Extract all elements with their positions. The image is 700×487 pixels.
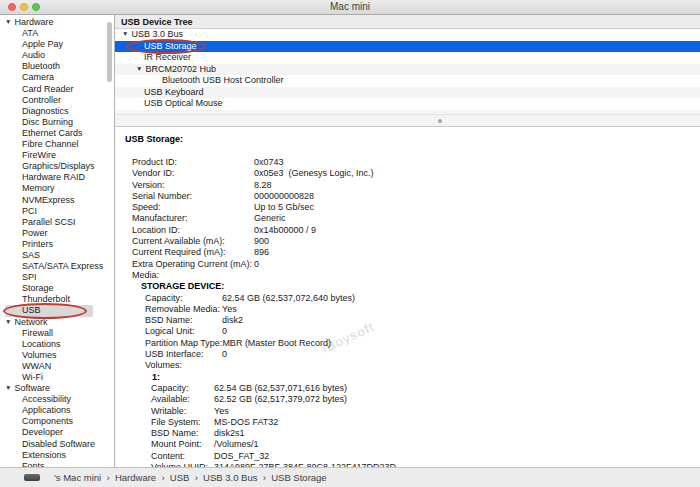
sidebar-item-usb[interactable]: USB [5, 305, 93, 316]
detail-label: Current Available (mA): [132, 236, 254, 247]
sidebar-section-label: Software [14, 383, 50, 393]
tree-row-usb-optical-mouse[interactable]: USB Optical Mouse [115, 98, 700, 110]
sidebar-item-controller[interactable]: Controller [5, 95, 93, 106]
detail-label: BSD Name: [145, 315, 222, 326]
sidebar-item-ata[interactable]: ATA [5, 28, 93, 39]
disclosure-triangle-icon[interactable]: ▼ [5, 16, 11, 27]
tree-row-label: Bluetooth USB Host Controller [162, 75, 284, 85]
zoom-button[interactable] [32, 3, 40, 11]
detail-label: Serial Number: [132, 191, 254, 202]
sidebar-item-developer[interactable]: Developer [5, 427, 93, 438]
detail-value: MBR (Master Boot Record) [222, 338, 331, 349]
tree-row-usb-keyboard[interactable]: USB Keyboard [115, 87, 700, 99]
sidebar-item-memory[interactable]: Memory [5, 183, 93, 194]
detail-value: 0x05e3 (Genesys Logic, Inc.) [254, 168, 374, 179]
detail-label: BSD Name: [151, 428, 214, 439]
sidebar-item-bluetooth[interactable]: Bluetooth [5, 61, 93, 72]
detail-label: Manufacturer: [132, 213, 254, 224]
detail-value: Up to 5 Gb/sec [254, 202, 314, 213]
sidebar-item-disabled-software[interactable]: Disabled Software [5, 439, 93, 450]
content-area: ▼HardwareATAApple PayAudioBluetoothCamer… [0, 15, 700, 467]
detail-label: Partition Map Type: [145, 338, 222, 349]
sidebar-item-components[interactable]: Components [5, 416, 93, 427]
sidebar-item-graphics-displays[interactable]: Graphics/Displays [5, 161, 93, 172]
sidebar-item-parallel-scsi[interactable]: Parallel SCSI [5, 217, 93, 228]
detail-label: Mount Point: [151, 439, 214, 450]
close-button[interactable] [8, 3, 16, 11]
sidebar-item-firewall[interactable]: Firewall [5, 328, 93, 339]
sidebar-item-sas[interactable]: SAS [5, 250, 93, 261]
tree-row-ir-receiver[interactable]: IR Receiver [115, 52, 700, 64]
disclosure-triangle-icon[interactable]: ▼ [122, 29, 128, 40]
sidebar-section-software[interactable]: ▼Software [0, 383, 114, 394]
detail-label: Capacity: [151, 383, 214, 394]
detail-value: 62.54 GB (62,537,072,640 bytes) [222, 293, 355, 304]
disclosure-triangle-icon[interactable]: ▼ [5, 316, 11, 327]
sidebar-item-accessibility[interactable]: Accessibility [5, 394, 93, 405]
sidebar-scrollbar-thumb[interactable] [107, 22, 112, 82]
usb-device-tree-header: USB Device Tree [115, 15, 700, 29]
detail-value: 900 [254, 236, 269, 247]
sidebar-item-camera[interactable]: Camera [5, 72, 93, 83]
sidebar-item-locations[interactable]: Locations [5, 339, 93, 350]
sidebar-item-firewire[interactable]: FireWire [5, 150, 93, 161]
detail-row-file-system: File System:MS-DOS FAT32 [115, 417, 700, 428]
sidebar-item-nvmexpress[interactable]: NVMExpress [5, 195, 93, 206]
tree-row-usb-3-0-bus[interactable]: ▼USB 3.0 Bus [115, 29, 700, 41]
tree-row-bluetooth-usb-host-controller[interactable]: Bluetooth USB Host Controller [115, 75, 700, 87]
sidebar-item-sata-sata-express[interactable]: SATA/SATA Express [5, 261, 93, 272]
detail-value: 0 [222, 326, 227, 337]
divider-grip-icon[interactable] [438, 119, 442, 123]
tree-row-usb-storage[interactable]: USB Storage [115, 41, 700, 53]
detail-label: Speed: [132, 202, 254, 213]
sidebar-section-hardware[interactable]: ▼Hardware [0, 17, 114, 28]
system-information-window: Mac mini ▼HardwareATAApple PayAudioBluet… [0, 0, 700, 487]
mac-mini-icon [24, 474, 40, 481]
detail-label: Location ID: [132, 225, 254, 236]
tree-row-brcm20702-hub[interactable]: ▼BRCM20702 Hub [115, 64, 700, 76]
sidebar-item-storage[interactable]: Storage [5, 283, 93, 294]
sidebar-item-volumes[interactable]: Volumes [5, 350, 93, 361]
breadcrumb: 's Mac mini › Hardware › USB › USB 3.0 B… [54, 472, 327, 483]
sidebar-item-diagnostics[interactable]: Diagnostics [5, 106, 93, 117]
detail-row-serial-number: Serial Number:000000000828 [115, 191, 700, 202]
sidebar-item-thunderbolt[interactable]: Thunderbolt [5, 294, 93, 305]
sidebar-item-audio[interactable]: Audio [5, 50, 93, 61]
pane-divider[interactable] [115, 114, 700, 127]
sidebar-item-apple-pay[interactable]: Apple Pay [5, 39, 93, 50]
sidebar-section-network[interactable]: ▼Network [0, 317, 114, 328]
sidebar-item-fibre-channel[interactable]: Fibre Channel [5, 139, 93, 150]
title-bar[interactable]: Mac mini [0, 0, 700, 15]
detail-value: Generic [254, 213, 286, 224]
detail-label: Removable Media: [145, 304, 222, 315]
tree-row-label: USB Keyboard [144, 87, 204, 97]
sidebar-item-ethernet-cards[interactable]: Ethernet Cards [5, 128, 93, 139]
detail-row-current-required-ma: Current Required (mA):896 [115, 247, 700, 258]
sidebar-item-fonts[interactable]: Fonts [5, 461, 93, 467]
detail-label: Media: [132, 270, 254, 281]
minimize-button[interactable] [20, 3, 28, 11]
sidebar-item-spi[interactable]: SPI [5, 272, 93, 283]
detail-label: File System: [151, 417, 214, 428]
sidebar-item-wi-fi[interactable]: Wi-Fi [5, 372, 93, 383]
sidebar-item-disc-burning[interactable]: Disc Burning [5, 117, 93, 128]
sidebar-item-applications[interactable]: Applications [5, 405, 93, 416]
detail-row-current-available-ma: Current Available (mA):900 [115, 236, 700, 247]
detail-value: Yes [214, 406, 229, 417]
detail-row-bsd-name: BSD Name:disk2 [115, 315, 700, 326]
detail-row-content: Content:DOS_FAT_32 [115, 451, 700, 462]
sidebar-item-printers[interactable]: Printers [5, 239, 93, 250]
detail-row-volumes: Volumes: [115, 360, 700, 371]
detail-row-bsd-name: BSD Name:disk2s1 [115, 428, 700, 439]
sidebar: ▼HardwareATAApple PayAudioBluetoothCamer… [0, 15, 115, 467]
detail-value: DOS_FAT_32 [214, 451, 269, 462]
disclosure-triangle-icon[interactable]: ▼ [136, 63, 142, 75]
sidebar-item-pci[interactable]: PCI [5, 206, 93, 217]
sidebar-item-wwan[interactable]: WWAN [5, 361, 93, 372]
disclosure-triangle-icon[interactable]: ▼ [5, 382, 11, 393]
sidebar-item-extensions[interactable]: Extensions [5, 450, 93, 461]
sidebar-item-hardware-raid[interactable]: Hardware RAID [5, 172, 93, 183]
detail-label: Extra Operating Current (mA): [132, 259, 254, 270]
sidebar-item-card-reader[interactable]: Card Reader [5, 84, 93, 95]
sidebar-item-power[interactable]: Power [5, 228, 93, 239]
